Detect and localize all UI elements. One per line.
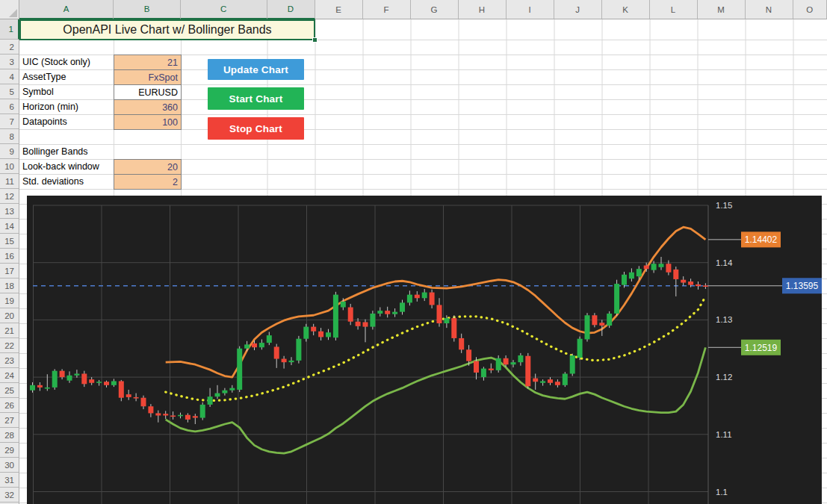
row-header-2[interactable]: 2 — [0, 40, 19, 55]
column-header-C[interactable]: C — [181, 0, 267, 19]
candle-body-up — [422, 293, 427, 299]
candle-body-up — [341, 302, 346, 308]
column-header-M[interactable]: M — [698, 0, 746, 19]
row-header-20[interactable]: 20 — [0, 308, 19, 323]
row-header-27[interactable]: 27 — [0, 413, 19, 428]
upper-band-price-label-text: 1.14402 — [745, 234, 778, 245]
row-header-29[interactable]: 29 — [0, 443, 19, 458]
candle-body-down — [185, 415, 191, 420]
candle-body-down — [533, 379, 538, 382]
candle-body-down — [666, 264, 671, 273]
row-header-1[interactable]: 1 — [0, 19, 19, 40]
column-header-D[interactable]: D — [267, 0, 315, 19]
candle-body-up — [67, 376, 72, 381]
row-header-8[interactable]: 8 — [0, 129, 19, 144]
candle-body-up — [222, 391, 227, 393]
candle-body-up — [496, 358, 501, 370]
update-chart-button[interactable]: Update Chart — [208, 59, 304, 80]
candle-body-down — [311, 327, 316, 332]
row-header-4[interactable]: 4 — [0, 69, 19, 84]
row-header-14[interactable]: 14 — [0, 219, 19, 234]
excel-worksheet: ABCDEFGHIJKLMNO 123456789101112131415161… — [0, 0, 827, 504]
candle-body-up — [444, 318, 449, 323]
candle-body-down — [170, 415, 176, 417]
row-header-21[interactable]: 21 — [0, 323, 19, 338]
row-header-32[interactable]: 32 — [0, 488, 19, 503]
column-header-E[interactable]: E — [315, 0, 363, 19]
start-chart-button[interactable]: Start Chart — [208, 87, 304, 110]
column-header-I[interactable]: I — [507, 0, 554, 19]
candle-body-up — [377, 311, 382, 314]
candle-body-down — [466, 349, 471, 361]
row-header-12[interactable]: 12 — [0, 189, 19, 204]
candle-body-up — [481, 369, 486, 378]
row-header-6[interactable]: 6 — [0, 99, 19, 114]
row-header-9[interactable]: 9 — [0, 144, 19, 159]
candle-body-up — [111, 381, 117, 385]
input-lookback[interactable]: 20 — [114, 159, 182, 175]
row-header-22[interactable]: 22 — [0, 338, 19, 353]
candle-body-down — [548, 379, 553, 383]
row-header-24[interactable]: 24 — [0, 368, 19, 383]
column-header-A[interactable]: A — [19, 0, 114, 19]
y-tick-label: 1.13 — [716, 315, 732, 324]
row-header-28[interactable]: 28 — [0, 428, 19, 443]
stop-chart-button[interactable]: Stop Chart — [208, 117, 304, 140]
candle-body-up — [215, 393, 220, 397]
column-header-G[interactable]: G — [411, 0, 459, 19]
row-header-17[interactable]: 17 — [0, 264, 19, 279]
candle-body-down — [474, 361, 479, 373]
row-header-16[interactable]: 16 — [0, 249, 19, 264]
row-header-7[interactable]: 7 — [0, 114, 19, 129]
candle-body-up — [289, 361, 294, 362]
row-header-19[interactable]: 19 — [0, 293, 19, 308]
selection-fill-handle[interactable] — [312, 37, 318, 43]
input-assettype[interactable]: FxSpot — [114, 69, 182, 85]
candle-body-up — [326, 332, 331, 337]
row-header-23[interactable]: 23 — [0, 353, 19, 368]
cell-symbol[interactable]: EURUSD — [114, 84, 182, 100]
row-header-30[interactable]: 30 — [0, 458, 19, 473]
column-header-B[interactable]: B — [114, 0, 181, 19]
column-header-H[interactable]: H — [459, 0, 507, 19]
candle-body-down — [430, 293, 435, 305]
input-datapoints[interactable]: 100 — [114, 114, 182, 130]
candle-body-down — [703, 285, 708, 287]
chart-object[interactable]: 1.151.141.131.121.111.11.144021.135951.1… — [27, 196, 822, 504]
column-header-J[interactable]: J — [554, 0, 602, 19]
candle-body-down — [274, 346, 279, 358]
candle-body-down — [104, 382, 109, 385]
candle-body-down — [37, 385, 43, 388]
column-header-F[interactable]: F — [363, 0, 411, 19]
title-cell[interactable]: OpenAPI Live Chart w/ Bollinger Bands — [19, 19, 315, 40]
column-header-N[interactable]: N — [746, 0, 793, 19]
row-header-10[interactable]: 10 — [0, 159, 19, 174]
row-header-5[interactable]: 5 — [0, 84, 19, 99]
row-header-26[interactable]: 26 — [0, 398, 19, 413]
column-header-O[interactable]: O — [793, 0, 827, 19]
input-stddev[interactable]: 2 — [114, 174, 182, 190]
candle-body-down — [193, 416, 198, 417]
label-horizon: Horizon (min) — [20, 99, 113, 114]
input-uic[interactable]: 21 — [114, 55, 182, 70]
candle-body-up — [178, 415, 183, 417]
row-header-31[interactable]: 31 — [0, 473, 19, 488]
row-header-11[interactable]: 11 — [0, 174, 19, 189]
candle-body-down — [119, 381, 124, 397]
candle-body-down — [504, 358, 509, 364]
label-assettype: AssetType — [20, 69, 113, 84]
candle-body-down — [673, 270, 678, 279]
input-horizon[interactable]: 360 — [114, 99, 182, 115]
column-header-K[interactable]: K — [602, 0, 650, 19]
candle-body-up — [392, 312, 397, 314]
row-header-25[interactable]: 25 — [0, 383, 19, 398]
row-header-18[interactable]: 18 — [0, 279, 19, 293]
row-header-13[interactable]: 13 — [0, 204, 19, 219]
row-header-15[interactable]: 15 — [0, 234, 19, 249]
candle-body-up — [30, 385, 35, 391]
select-all-corner[interactable] — [0, 0, 19, 19]
column-header-L[interactable]: L — [650, 0, 698, 19]
candle-body-down — [415, 295, 420, 299]
row-header-3[interactable]: 3 — [0, 55, 19, 69]
candle-body-up — [563, 373, 568, 385]
